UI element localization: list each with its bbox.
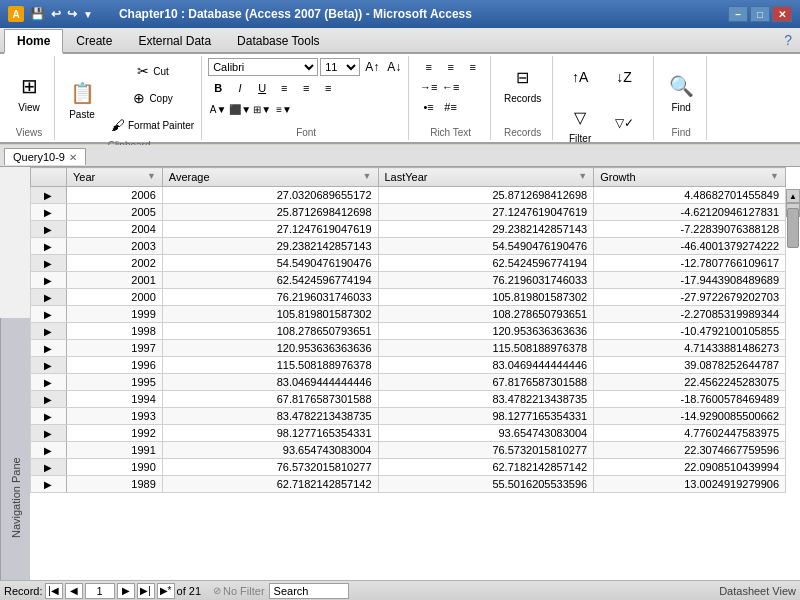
table-row[interactable]: ▶ 1989 62.7182142857142 55.5016205533596… (31, 476, 786, 493)
ascending-icon: ↑A (564, 61, 596, 93)
table-row[interactable]: ▶ 1991 93.654743083004 76.5732015810277 … (31, 442, 786, 459)
tab-create[interactable]: Create (63, 29, 125, 52)
paste-button[interactable]: 📋 Paste (61, 74, 103, 123)
navigation-pane[interactable]: Navigation Pane (0, 318, 30, 600)
table-row[interactable]: ▶ 2004 27.1247619047619 29.2382142857143… (31, 221, 786, 238)
align-center-button[interactable]: ≡ (441, 58, 461, 76)
table-row[interactable]: ▶ 2001 62.5424596774194 76.2196031746033… (31, 272, 786, 289)
next-record-button[interactable]: ▶ (117, 583, 135, 599)
bold-button[interactable]: B (208, 79, 228, 97)
table-row[interactable]: ▶ 1992 98.1277165354331 93.654743083004 … (31, 425, 786, 442)
redo-qa-icon[interactable]: ↪ (67, 7, 77, 21)
format-painter-button[interactable]: 🖌Format Painter (105, 112, 197, 138)
search-input[interactable] (269, 583, 349, 599)
font-family-select[interactable]: Calibri (208, 58, 318, 76)
ascending-button[interactable]: ↑A (559, 58, 601, 96)
scroll-up-button[interactable]: ▲ (786, 189, 800, 203)
new-record-button[interactable]: ▶* (157, 583, 175, 599)
prev-record-button[interactable]: ◀ (65, 583, 83, 599)
align-left-button[interactable]: ≡ (419, 58, 439, 76)
highlight-button[interactable]: ⬛▼ (230, 100, 250, 118)
row-selector-cell: ▶ (31, 221, 67, 238)
year-cell: 2005 (66, 204, 162, 221)
table-row[interactable]: ▶ 1995 83.0469444444446 67.8176587301588… (31, 374, 786, 391)
italic-button[interactable]: I (230, 79, 250, 97)
filter-button[interactable]: ▽ Filter (559, 98, 601, 147)
help-icon[interactable]: ? (780, 28, 796, 52)
growth-sort-arrow[interactable]: ▼ (770, 171, 779, 181)
lastyear-sort-arrow[interactable]: ▼ (578, 171, 587, 181)
growth-cell: 22.0908510439994 (594, 459, 786, 476)
descending-button[interactable]: ↓Z (603, 58, 645, 96)
growth-cell: -17.9443908489689 (594, 272, 786, 289)
tab-home[interactable]: Home (4, 29, 63, 54)
year-sort-arrow[interactable]: ▼ (147, 171, 156, 181)
dropdown-qa-icon[interactable]: ▼ (83, 9, 93, 20)
query-tab-close-button[interactable]: ✕ (69, 152, 77, 163)
vertical-scrollbar[interactable]: ▲ ▼ (786, 189, 800, 580)
maximize-button[interactable]: □ (750, 6, 770, 22)
average-cell: 105.819801587302 (162, 306, 378, 323)
first-record-button[interactable]: |◀ (45, 583, 63, 599)
left-align-button[interactable]: ≡ (274, 79, 294, 97)
table-row[interactable]: ▶ 1996 115.508188976378 83.0469444444446… (31, 357, 786, 374)
table-row[interactable]: ▶ 2000 76.2196031746033 105.819801587302… (31, 289, 786, 306)
column-header-growth[interactable]: Growth ▼ (594, 168, 786, 187)
decrease-font-button[interactable]: A↓ (384, 58, 404, 76)
outdent-button[interactable]: ←≡ (441, 78, 461, 96)
underline-button[interactable]: U (252, 79, 272, 97)
indent-button[interactable]: →≡ (419, 78, 439, 96)
table-row[interactable]: ▶ 1998 108.278650793651 120.953636363636… (31, 323, 786, 340)
table-row[interactable]: ▶ 1997 120.953636363636 115.508188976378… (31, 340, 786, 357)
average-sort-arrow[interactable]: ▼ (363, 171, 372, 181)
alternate-row-button[interactable]: ≡▼ (274, 100, 294, 118)
center-align-button[interactable]: ≡ (296, 79, 316, 97)
scroll-thumb[interactable] (787, 208, 799, 248)
view-button[interactable]: ⊞ ⊞ View (8, 67, 50, 116)
records-button[interactable]: ⊟ Records (499, 58, 546, 107)
average-cell: 76.2196031746033 (162, 289, 378, 306)
table-row[interactable]: ▶ 2003 29.2382142857143 54.5490476190476… (31, 238, 786, 255)
right-align-button[interactable]: ≡ (318, 79, 338, 97)
average-cell: 115.508188976378 (162, 357, 378, 374)
align-right-button[interactable]: ≡ (463, 58, 483, 76)
undo-qa-icon[interactable]: ↩ (51, 7, 61, 21)
query-tab[interactable]: Query10-9 ✕ (4, 148, 86, 165)
minimize-button[interactable]: – (728, 6, 748, 22)
row-selector-cell: ▶ (31, 408, 67, 425)
table-row[interactable]: ▶ 1990 76.5732015810277 62.7182142857142… (31, 459, 786, 476)
growth-cell: -27.9722679202703 (594, 289, 786, 306)
cut-icon: ✂ (133, 61, 153, 81)
find-button[interactable]: 🔍 Find (660, 67, 702, 116)
growth-cell: -7.22839076388128 (594, 221, 786, 238)
toggle-filter-button[interactable]: ▽✓ (603, 104, 645, 142)
increase-font-button[interactable]: A↑ (362, 58, 382, 76)
column-header-year[interactable]: Year ▼ (66, 168, 162, 187)
close-button[interactable]: ✕ (772, 6, 792, 22)
font-size-select[interactable]: 11 (320, 58, 360, 76)
gridlines-button[interactable]: ⊞▼ (252, 100, 272, 118)
lastyear-cell: 76.5732015810277 (378, 442, 594, 459)
paste-icon: 📋 (66, 77, 98, 109)
column-header-average[interactable]: Average ▼ (162, 168, 378, 187)
table-row[interactable]: ▶ 1994 67.8176587301588 83.4782213438735… (31, 391, 786, 408)
table-row[interactable]: ▶ 1993 83.4782213438735 98.1277165354331… (31, 408, 786, 425)
column-header-lastyear[interactable]: LastYear ▼ (378, 168, 594, 187)
bullets-button[interactable]: •≡ (419, 98, 439, 116)
tab-external-data[interactable]: External Data (125, 29, 224, 52)
font-color-button[interactable]: A▼ (208, 100, 228, 118)
ribbon-group-views: ⊞ ⊞ View Views (4, 56, 55, 140)
copy-button[interactable]: ⊕Copy (105, 85, 197, 111)
tab-database-tools[interactable]: Database Tools (224, 29, 333, 52)
table-row[interactable]: ▶ 2006 27.0320689655172 25.8712698412698… (31, 187, 786, 204)
current-record-input[interactable] (85, 583, 115, 599)
last-record-button[interactable]: ▶| (137, 583, 155, 599)
table-row[interactable]: ▶ 2002 54.5490476190476 62.5424596774194… (31, 255, 786, 272)
save-qa-icon[interactable]: 💾 (30, 7, 45, 21)
lastyear-cell: 120.953636363636 (378, 323, 594, 340)
average-cell: 93.654743083004 (162, 442, 378, 459)
table-row[interactable]: ▶ 2005 25.8712698412698 27.1247619047619… (31, 204, 786, 221)
numbering-button[interactable]: #≡ (441, 98, 461, 116)
cut-button[interactable]: ✂Cut (105, 58, 197, 84)
table-row[interactable]: ▶ 1999 105.819801587302 108.278650793651… (31, 306, 786, 323)
